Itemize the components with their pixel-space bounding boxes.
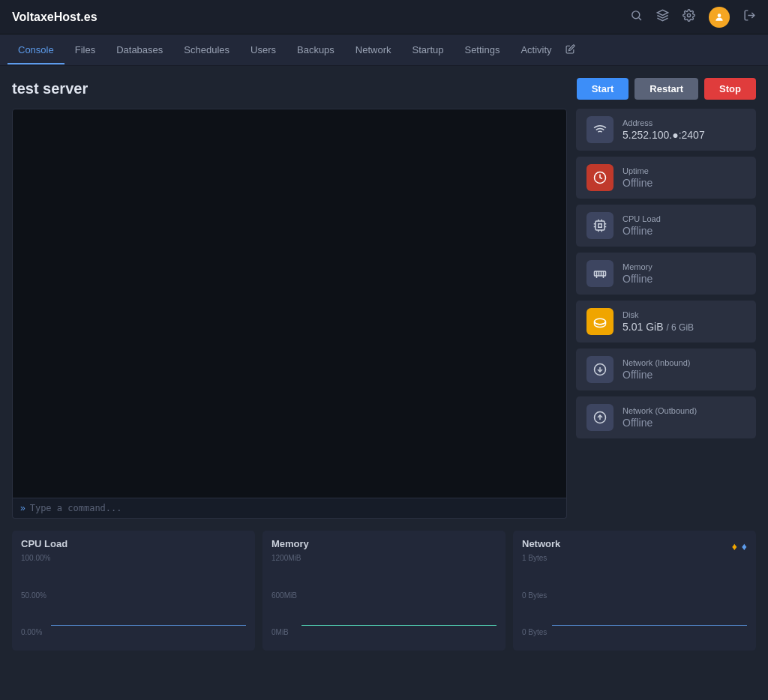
tab-console[interactable]: Console xyxy=(8,37,64,64)
tab-users[interactable]: Users xyxy=(240,37,286,64)
stat-card-disk: Disk 5.01 GiB / 6 GiB xyxy=(576,301,756,343)
stats-panel: Address 5.252.100.●:2407 Uptime Offline xyxy=(576,109,756,519)
gear-icon[interactable] xyxy=(682,9,695,25)
stat-address-value: 5.252.100.●:2407 xyxy=(622,129,705,141)
chart-network-label-bot: 0 Bytes xyxy=(522,628,547,636)
chart-cpu-area: 100.00% 50.00% 0.00% xyxy=(21,554,246,636)
stat-card-uptime: Uptime Offline xyxy=(576,157,756,199)
chart-cpu-label-top: 100.00% xyxy=(21,554,50,562)
console-terminal[interactable] xyxy=(12,109,567,498)
chart-memory-label-top: 1200MiB xyxy=(272,554,301,562)
console-wrapper: » Type a command... xyxy=(12,109,567,519)
stat-memory-text: Memory Offline xyxy=(622,262,652,285)
disk-icon xyxy=(586,308,614,335)
chart-network-header: Network ♦ ♦ xyxy=(522,538,747,554)
cpu-icon xyxy=(586,212,614,239)
restart-button[interactable]: Restart xyxy=(634,78,698,100)
wifi-icon xyxy=(586,116,614,143)
app-title: VoltaxeHost.es xyxy=(12,10,630,24)
stat-disk-label: Disk xyxy=(622,310,694,319)
stat-disk-value: 5.01 GiB / 6 GiB xyxy=(622,321,694,333)
stat-card-address: Address 5.252.100.●:2407 xyxy=(576,109,756,151)
stat-uptime-value: Offline xyxy=(622,177,652,189)
navtabs: Console Files Databases Schedules Users … xyxy=(0,34,768,66)
stat-network-in-label: Network (Inbound) xyxy=(622,358,691,367)
server-header: test server Start Restart Stop xyxy=(12,78,756,100)
chart-cpu-svg xyxy=(51,564,246,626)
stop-button[interactable]: Stop xyxy=(704,78,756,100)
chart-memory-area: 1200MiB 600MiB 0MiB xyxy=(272,554,496,636)
upload-icon xyxy=(586,404,614,431)
tab-startup[interactable]: Startup xyxy=(402,37,454,64)
tab-backups[interactable]: Backups xyxy=(286,37,345,64)
svg-point-3 xyxy=(687,13,690,16)
tab-files[interactable]: Files xyxy=(64,37,106,64)
console-chevron-icon: » xyxy=(20,503,26,513)
chart-network-title: Network xyxy=(522,538,560,549)
chart-network-icons: ♦ ♦ xyxy=(732,540,747,552)
layers-icon[interactable] xyxy=(656,9,669,25)
chart-network-label-mid: 0 Bytes xyxy=(522,591,547,600)
chart-cpu-line xyxy=(51,564,246,626)
server-title: test server xyxy=(12,80,88,97)
stat-memory-value: Offline xyxy=(622,273,652,285)
middle-layout: » Type a command... Address 5.252.100.●:… xyxy=(12,109,756,519)
user-avatar[interactable] xyxy=(709,7,730,28)
server-actions: Start Restart Stop xyxy=(577,78,756,100)
chart-cpu-label-mid: 50.00% xyxy=(21,591,46,600)
stat-address-text: Address 5.252.100.●:2407 xyxy=(622,118,705,141)
tab-databases[interactable]: Databases xyxy=(106,37,173,64)
chart-network-label-top: 1 Bytes xyxy=(522,554,547,562)
network-outbound-icon[interactable]: ♦ xyxy=(742,540,747,552)
main-content: test server Start Restart Stop » Type a … xyxy=(0,66,768,663)
tab-activity[interactable]: Activity xyxy=(510,37,562,64)
svg-marker-2 xyxy=(657,10,668,15)
stat-network-out-value: Offline xyxy=(622,417,697,429)
stat-memory-label: Memory xyxy=(622,262,652,271)
chart-cpu-label-bot: 0.00% xyxy=(21,628,42,636)
start-button[interactable]: Start xyxy=(577,78,629,100)
logout-icon[interactable] xyxy=(743,9,756,25)
stat-cpu-text: CPU Load Offline xyxy=(622,214,661,237)
chart-network: Network ♦ ♦ 1 Bytes 0 Bytes 0 Bytes xyxy=(513,531,756,651)
svg-line-1 xyxy=(639,17,641,19)
stat-cpu-value: Offline xyxy=(622,225,661,237)
stat-card-memory: Memory Offline xyxy=(576,253,756,295)
memory-icon xyxy=(586,260,614,287)
chart-memory-svg xyxy=(302,564,496,626)
stat-network-out-label: Network (Outbound) xyxy=(622,406,697,415)
charts-row: CPU Load 100.00% 50.00% 0.00% Memory 120… xyxy=(12,531,756,651)
console-input-row: » Type a command... xyxy=(12,498,567,519)
chart-memory-title: Memory xyxy=(272,538,496,549)
stat-cpu-label: CPU Load xyxy=(622,214,661,223)
chart-network-area: 1 Bytes 0 Bytes 0 Bytes xyxy=(522,554,747,636)
chart-memory-line xyxy=(302,564,496,626)
chart-memory-label-bot: 0MiB xyxy=(272,628,289,636)
chart-memory-label-mid: 600MiB xyxy=(272,591,297,600)
console-input[interactable]: Type a command... xyxy=(30,503,122,513)
svg-rect-8 xyxy=(596,221,604,230)
chart-network-svg xyxy=(552,564,747,626)
stat-card-network-out: Network (Outbound) Offline xyxy=(576,396,756,438)
chart-network-line xyxy=(552,564,747,626)
svg-rect-9 xyxy=(598,224,602,228)
stat-network-out-text: Network (Outbound) Offline xyxy=(622,406,697,429)
edit-icon[interactable] xyxy=(566,44,575,56)
svg-point-0 xyxy=(632,10,640,18)
tab-network[interactable]: Network xyxy=(345,37,402,64)
chart-memory: Memory 1200MiB 600MiB 0MiB xyxy=(262,531,506,651)
chart-cpu: CPU Load 100.00% 50.00% 0.00% xyxy=(12,531,255,651)
tab-schedules[interactable]: Schedules xyxy=(173,37,240,64)
network-inbound-icon[interactable]: ♦ xyxy=(732,540,737,552)
topbar: VoltaxeHost.es xyxy=(0,0,768,34)
topbar-icons xyxy=(630,7,756,28)
stat-card-cpu: CPU Load Offline xyxy=(576,205,756,247)
stat-network-in-text: Network (Inbound) Offline xyxy=(622,358,691,381)
search-icon[interactable] xyxy=(630,9,643,25)
chart-cpu-title: CPU Load xyxy=(21,538,246,549)
stat-address-label: Address xyxy=(622,118,705,127)
stat-card-network-in: Network (Inbound) Offline xyxy=(576,349,756,390)
tab-settings[interactable]: Settings xyxy=(454,37,510,64)
svg-point-4 xyxy=(718,13,722,17)
stat-disk-text: Disk 5.01 GiB / 6 GiB xyxy=(622,310,694,333)
